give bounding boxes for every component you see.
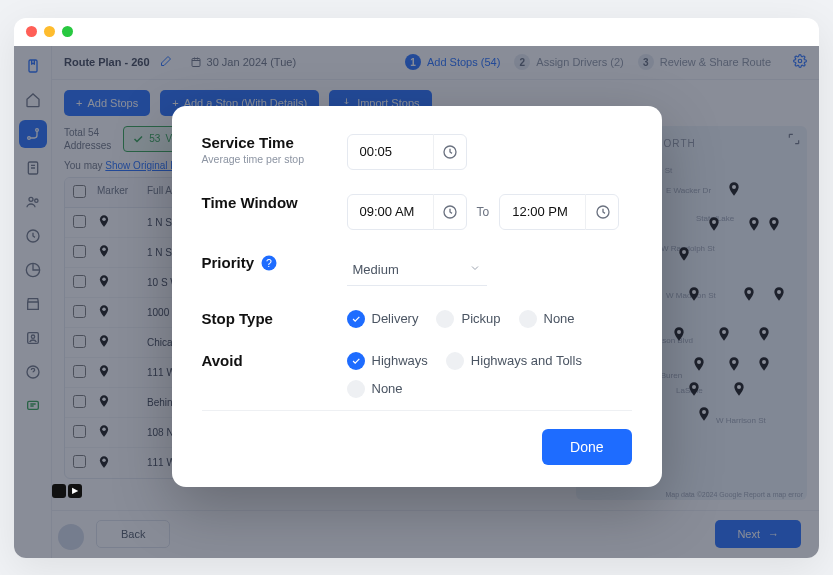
radio-indicator bbox=[347, 352, 365, 370]
radio-indicator bbox=[519, 310, 537, 328]
service-time-title: Service Time bbox=[202, 134, 347, 151]
service-time-subtitle: Average time per stop bbox=[202, 153, 347, 165]
window-maximize-button[interactable] bbox=[62, 26, 73, 37]
service-time-row: Service Time Average time per stop bbox=[202, 134, 632, 170]
avoid-option[interactable]: None bbox=[347, 380, 403, 398]
modal-overlay[interactable]: Service Time Average time per stop Time … bbox=[14, 46, 819, 558]
priority-row: Priority ? Medium bbox=[202, 254, 632, 286]
apple-store-badge[interactable] bbox=[52, 484, 66, 498]
clock-icon[interactable] bbox=[433, 134, 467, 170]
done-button[interactable]: Done bbox=[542, 429, 631, 465]
play-store-badge[interactable]: ▶ bbox=[68, 484, 82, 498]
stop-type-option[interactable]: None bbox=[519, 310, 575, 328]
radio-label: Highways and Tolls bbox=[471, 353, 582, 368]
modal-divider bbox=[202, 410, 632, 411]
time-window-row: Time Window To bbox=[202, 194, 632, 230]
stop-type-title: Stop Type bbox=[202, 310, 347, 327]
avoid-row: Avoid HighwaysHighways and TollsNone bbox=[202, 352, 632, 398]
radio-indicator bbox=[446, 352, 464, 370]
avoid-option[interactable]: Highways and Tolls bbox=[446, 352, 582, 370]
window-minimize-button[interactable] bbox=[44, 26, 55, 37]
stop-type-option[interactable]: Pickup bbox=[436, 310, 500, 328]
window-close-button[interactable] bbox=[26, 26, 37, 37]
titlebar bbox=[14, 18, 819, 46]
stop-settings-modal: Service Time Average time per stop Time … bbox=[172, 106, 662, 487]
stop-type-row: Stop Type DeliveryPickupNone bbox=[202, 310, 632, 328]
radio-label: Highways bbox=[372, 353, 428, 368]
avoid-title: Avoid bbox=[202, 352, 347, 369]
mac-window: Route Plan - 260 30 Jan 2024 (Tue) 1Add … bbox=[14, 18, 819, 558]
app-store-badges: ▶ bbox=[52, 484, 82, 498]
priority-value: Medium bbox=[353, 262, 399, 277]
radio-indicator bbox=[347, 380, 365, 398]
radio-indicator bbox=[347, 310, 365, 328]
modal-footer: Done bbox=[202, 429, 632, 465]
clock-icon[interactable] bbox=[433, 194, 467, 230]
to-label: To bbox=[477, 205, 490, 219]
clock-icon[interactable] bbox=[585, 194, 619, 230]
radio-label: Delivery bbox=[372, 311, 419, 326]
time-window-title: Time Window bbox=[202, 194, 347, 211]
priority-title: Priority bbox=[202, 254, 255, 271]
svg-text:?: ? bbox=[266, 256, 272, 268]
radio-label: Pickup bbox=[461, 311, 500, 326]
radio-indicator bbox=[436, 310, 454, 328]
priority-select[interactable]: Medium bbox=[347, 254, 487, 286]
help-icon[interactable]: ? bbox=[260, 254, 278, 272]
radio-label: None bbox=[544, 311, 575, 326]
radio-label: None bbox=[372, 381, 403, 396]
avoid-option[interactable]: Highways bbox=[347, 352, 428, 370]
chevron-down-icon bbox=[469, 262, 481, 277]
stop-type-option[interactable]: Delivery bbox=[347, 310, 419, 328]
